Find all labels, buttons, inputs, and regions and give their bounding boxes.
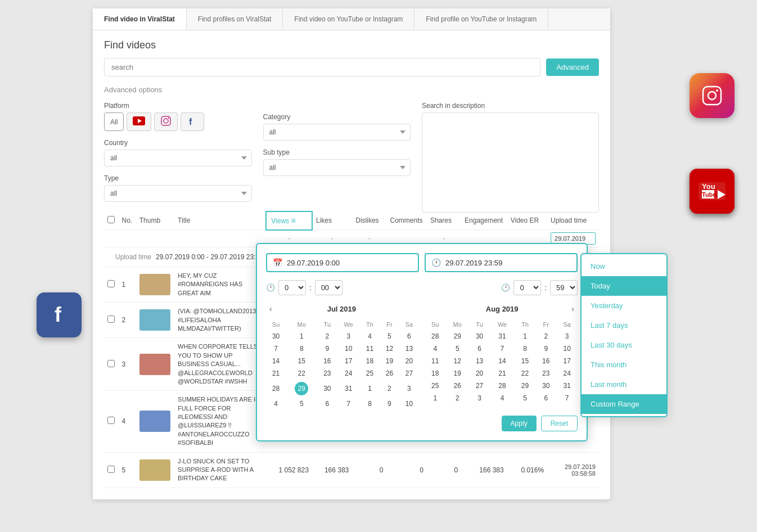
cal-day[interactable]: 4	[360, 330, 380, 342]
cal-day[interactable]: 1	[286, 330, 317, 342]
range-thismonth[interactable]: This month	[582, 355, 666, 375]
cal-day[interactable]: 29	[446, 330, 469, 342]
range-lastmonth[interactable]: Last month	[582, 375, 666, 394]
range-today[interactable]: Today	[582, 276, 666, 296]
platform-btn-facebook[interactable]: f	[181, 112, 204, 131]
cal-day[interactable]: 6	[399, 330, 419, 342]
cal-day[interactable]: 17	[337, 355, 360, 367]
cal-day[interactable]: 8	[360, 398, 380, 410]
cal-day[interactable]: 1	[515, 330, 535, 342]
platform-btn-instagram[interactable]	[154, 112, 178, 131]
cal-day[interactable]: 14	[490, 355, 515, 367]
tab-find-profiles-viralstat[interactable]: Find profiles on ViralStat	[187, 8, 283, 30]
cal-day[interactable]: 16	[535, 355, 556, 367]
cal-day[interactable]: 5	[446, 342, 469, 355]
col-header-views[interactable]: Views ≡	[266, 211, 312, 230]
cal-day[interactable]: 23	[535, 367, 556, 380]
cal-day[interactable]: 31	[556, 380, 578, 392]
cal-day-selected[interactable]: 29	[286, 380, 317, 398]
row-checkbox[interactable]	[107, 466, 115, 473]
cal-day[interactable]: 29	[515, 380, 535, 392]
cal-day[interactable]: 9	[380, 398, 399, 410]
cal-day[interactable]: 22	[515, 367, 535, 380]
type-select[interactable]: all	[104, 185, 252, 202]
cal-day[interactable]: 13	[469, 355, 490, 367]
cal-day[interactable]: 31	[490, 330, 515, 342]
range-last7days[interactable]: Last 7 days	[582, 315, 666, 335]
tab-find-video-viralstat[interactable]: Find video in ViralStat	[93, 8, 187, 30]
advanced-button[interactable]: Advanced	[546, 58, 599, 76]
cal-day[interactable]: 20	[399, 355, 419, 367]
row-checkbox[interactable]	[107, 417, 115, 424]
cal-day[interactable]: 2	[535, 330, 556, 342]
cal-day[interactable]: 20	[469, 367, 490, 380]
cal-day[interactable]: 1	[360, 380, 380, 398]
cal-day[interactable]: 2	[317, 330, 337, 342]
cal-day[interactable]: 12	[446, 355, 469, 367]
cal-day[interactable]: 27	[469, 380, 490, 392]
reset-button[interactable]: Reset	[541, 416, 578, 431]
cal-day[interactable]: 4	[425, 342, 446, 355]
cal-day[interactable]: 28	[490, 380, 515, 392]
cal-day[interactable]: 5	[286, 398, 317, 410]
cal-day[interactable]: 28	[425, 330, 446, 342]
cal-day[interactable]: 9	[317, 342, 337, 355]
country-select[interactable]: all	[104, 150, 252, 166]
start-date-input[interactable]	[287, 259, 412, 267]
cal-day[interactable]: 26	[446, 380, 469, 392]
cal-day[interactable]: 30	[266, 330, 286, 342]
tab-find-profile-youtube[interactable]: Find profile on YouTube or Instagram	[414, 8, 548, 30]
cal-day[interactable]: 14	[266, 355, 286, 367]
cal-day[interactable]: 10	[337, 342, 360, 355]
cal-day[interactable]: 8	[515, 342, 535, 355]
cal-day[interactable]: 22	[286, 367, 317, 380]
cal-day[interactable]: 10	[556, 342, 578, 355]
cal-day[interactable]: 9	[535, 342, 556, 355]
cal-day[interactable]: 30	[469, 330, 490, 342]
search-input[interactable]	[104, 58, 540, 76]
tab-find-video-youtube[interactable]: Find video on YouTube or Instagram	[283, 8, 414, 30]
cal-day[interactable]: 24	[556, 367, 578, 380]
cal-day[interactable]: 7	[337, 398, 360, 410]
cal-day[interactable]: 8	[286, 342, 317, 355]
cal-day[interactable]: 3	[469, 392, 490, 404]
platform-btn-youtube[interactable]	[127, 112, 151, 131]
cal-day[interactable]: 11	[425, 355, 446, 367]
cal-day[interactable]: 5	[380, 330, 399, 342]
cal-day[interactable]: 2	[380, 380, 399, 398]
cal-day[interactable]: 2	[446, 392, 469, 404]
cal-day[interactable]: 11	[360, 342, 380, 355]
cal-day[interactable]: 1	[425, 392, 446, 404]
cal-day[interactable]: 7	[266, 342, 286, 355]
cal-day[interactable]: 31	[337, 380, 360, 398]
platform-btn-all[interactable]: All	[104, 112, 124, 131]
description-textarea[interactable]	[422, 112, 599, 213]
end-minute-select[interactable]: 590030	[550, 280, 578, 295]
row-checkbox[interactable]	[107, 315, 115, 323]
cal-day[interactable]: 15	[286, 355, 317, 367]
cal-day[interactable]: 25	[360, 367, 380, 380]
category-select[interactable]: all	[263, 124, 411, 141]
cal-day[interactable]: 16	[317, 355, 337, 367]
cal-day[interactable]: 4	[266, 398, 286, 410]
cal-day[interactable]: 26	[380, 367, 399, 380]
cal-prev-button[interactable]: ‹	[266, 303, 276, 314]
cal-day[interactable]: 30	[317, 380, 337, 398]
cal-day[interactable]: 10	[399, 398, 419, 410]
cal-day[interactable]: 12	[380, 342, 399, 355]
cal-day[interactable]: 18	[360, 355, 380, 367]
range-customrange[interactable]: Custom Range	[582, 394, 666, 414]
row-checkbox[interactable]	[107, 360, 115, 367]
cal-day[interactable]: 30	[535, 380, 556, 392]
cal-day[interactable]: 4	[490, 392, 515, 404]
select-all-checkbox[interactable]	[107, 216, 115, 223]
cal-day[interactable]: 5	[515, 392, 535, 404]
cal-day[interactable]: 6	[317, 398, 337, 410]
cal-day[interactable]: 25	[425, 380, 446, 392]
cal-day[interactable]: 15	[515, 355, 535, 367]
end-hour-select[interactable]: 023	[513, 280, 541, 295]
range-last30days[interactable]: Last 30 days	[582, 335, 666, 355]
start-hour-select[interactable]: 01223	[278, 280, 306, 295]
cal-day[interactable]: 27	[399, 367, 419, 380]
cal-day[interactable]: 28	[266, 380, 286, 398]
